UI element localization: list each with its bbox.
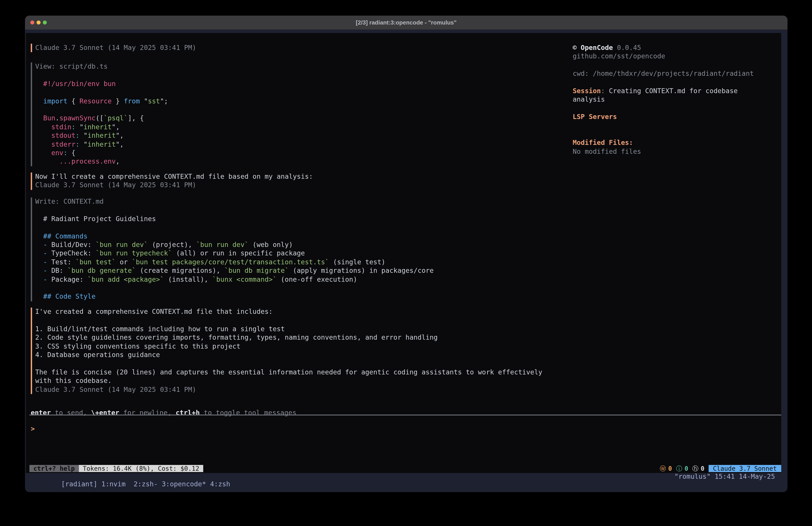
- text-line: Session: Creating CONTEXT.md for codebas…: [573, 87, 754, 96]
- opencode-pane: Claude 3.7 Sonnet (14 May 2025 03:41 PM)…: [26, 33, 781, 473]
- tmux-session-name: [radiant]: [61, 480, 98, 488]
- session-sidebar: © OpenCode 0.0.45github.com/sst/opencode…: [573, 44, 754, 156]
- text-line: #!/usr/bin/env bun: [35, 80, 168, 88]
- text-line: No modified files: [573, 147, 754, 156]
- tmux-window-zsh4[interactable]: 4:zsh: [206, 480, 230, 488]
- text-line: analysis: [573, 96, 754, 104]
- text-line: The file is concise (20 lines) and captu…: [35, 368, 542, 377]
- tmux-window-list: [radiant] 1:nvim 2:zsh- 3:opencode* 4:zs…: [29, 473, 230, 492]
- tmux-window-zsh2[interactable]: 2:zsh-: [126, 480, 158, 488]
- text-line: Claude 3.7 Sonnet (14 May 2025 03:41 PM): [35, 181, 313, 190]
- window-title: [2/3] radiant:3:opencode - "romulus": [25, 16, 787, 29]
- text-line: stdout: "inherit",: [35, 131, 168, 140]
- assistant-message-block: Now I'll create a comprehensive CONTEXT.…: [31, 172, 313, 190]
- text-line: ## Commands: [35, 232, 434, 241]
- tool-write-block: Write: CONTEXT.md # Radiant Project Guid…: [31, 198, 434, 301]
- text-line: Modified Files:: [573, 139, 754, 147]
- text-line: LSP Servers: [573, 113, 754, 122]
- tmux-window-nvim[interactable]: 1:nvim: [97, 480, 126, 488]
- text-line: [35, 206, 434, 215]
- text-line: [35, 223, 434, 232]
- text-line: Now I'll create a comprehensive CONTEXT.…: [35, 172, 313, 181]
- text-line: Bun.spawnSync([`psql`], {: [35, 114, 168, 123]
- text-line: [35, 359, 542, 368]
- text-line: [35, 106, 168, 114]
- text-line: ...process.env,: [35, 158, 168, 166]
- lsp-hint-count: ⓗ 0: [692, 465, 705, 472]
- text-line: 1. Build/lint/test commands including ho…: [35, 325, 542, 333]
- text-line: cwd: /home/thdxr/dev/projects/radiant/ra…: [573, 70, 754, 78]
- help-shortcut-chip: ctrl+? help: [29, 465, 79, 472]
- warning-icon: ⓦ: [660, 465, 666, 472]
- text-line: - Build/Dev: `bun run dev` (project), `b…: [35, 241, 434, 250]
- tmux-status-bar: [radiant] 1:nvim 2:zsh- 3:opencode* 4:zs…: [26, 473, 781, 481]
- text-line: I've created a comprehensive CONTEXT.md …: [35, 308, 542, 316]
- text-line: Claude 3.7 Sonnet (14 May 2025 03:41 PM): [35, 385, 542, 394]
- text-line: [35, 284, 434, 293]
- text-line: ## Code Style: [35, 293, 434, 301]
- text-line: 4. Database operations guidance: [35, 351, 542, 359]
- tmux-host-clock: "romulus" 15:41 14-May-25: [674, 473, 775, 481]
- info-icon: ⓘ: [676, 465, 682, 472]
- tokens-cost-chip: Tokens: 16.4K (8%), Cost: $0.12: [79, 465, 203, 472]
- text-line: stdin: "inherit",: [35, 123, 168, 131]
- model-chip[interactable]: Claude 3.7 Sonnet: [708, 465, 781, 472]
- prompt-marker: >: [31, 425, 35, 433]
- text-line: [573, 78, 754, 87]
- assistant-result-block: I've created a comprehensive CONTEXT.md …: [31, 308, 542, 394]
- tool-view-block: View: script/db.ts #!/usr/bin/env bun im…: [31, 62, 168, 166]
- text-line: 3. CSS styling conventions specific to t…: [35, 342, 542, 351]
- text-line: [573, 104, 754, 113]
- text-line: import { Resource } from "sst";: [35, 97, 168, 106]
- hint-count: 0: [701, 465, 705, 472]
- text-line: - TypeCheck: `bun run typecheck` (all) o…: [35, 250, 434, 258]
- text-line: - DB: `bun db generate` (create migratio…: [35, 267, 434, 275]
- text-line: 2. Code style guidelines covering import…: [35, 333, 542, 342]
- text-line: [35, 88, 168, 97]
- assistant-message-header-block: Claude 3.7 Sonnet (14 May 2025 03:41 PM): [31, 44, 196, 52]
- screen: [2/3] radiant:3:opencode - "romulus" Cla…: [0, 0, 812, 526]
- warning-count: 0: [668, 465, 672, 472]
- text-line: [35, 316, 542, 325]
- lsp-info-count: ⓘ 0: [676, 465, 688, 472]
- text-line: © OpenCode 0.0.45: [573, 44, 754, 52]
- text-line: Write: CONTEXT.md: [35, 198, 434, 206]
- text-line: [35, 71, 168, 80]
- text-line: View: script/db.ts: [35, 62, 168, 71]
- info-count: 0: [684, 465, 688, 472]
- text-line: stderr: "inherit",: [35, 140, 168, 149]
- text-line: with this codebase.: [35, 377, 542, 385]
- text-line: env: {: [35, 149, 168, 158]
- tmux-window-opencode[interactable]: 3:opencode*: [158, 480, 206, 488]
- lsp-warning-count: ⓦ 0: [660, 465, 672, 472]
- terminal-window: [2/3] radiant:3:opencode - "romulus" Cla…: [25, 16, 787, 492]
- window-titlebar: [2/3] radiant:3:opencode - "romulus": [25, 16, 787, 30]
- text-line: github.com/sst/opencode: [573, 52, 754, 61]
- text-line: [573, 130, 754, 139]
- status-bar-left: ctrl+? help Tokens: 16.4K (8%), Cost: $0…: [29, 465, 203, 472]
- text-line: - Package: `bun add <package>` (install)…: [35, 275, 434, 284]
- text-line: # Radiant Project Guidelines: [35, 215, 434, 224]
- text-line: [573, 61, 754, 70]
- prompt-input[interactable]: >: [29, 415, 781, 464]
- status-bar-right: ⓦ 0 ⓘ 0 ⓗ 0 Claude 3.7 Sonnet: [660, 465, 781, 472]
- hint-icon: ⓗ: [692, 465, 699, 472]
- text-line: Claude 3.7 Sonnet (14 May 2025 03:41 PM): [35, 44, 196, 52]
- text-line: - Test: `bun test` or `bun test packages…: [35, 258, 434, 267]
- text-line: [573, 122, 754, 130]
